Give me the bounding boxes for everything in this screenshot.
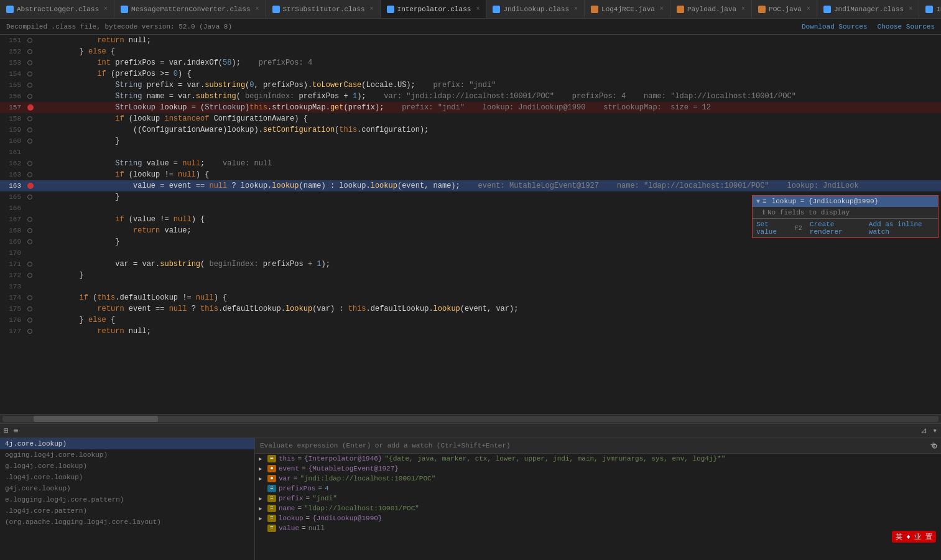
- code-line-163: 163 if (lookup != null) {: [0, 169, 941, 180]
- breakpoint-indicator-2: [27, 183, 34, 189]
- debug-popup: ▼ ≡ lookup = {JndiLookup@1990} ℹ No fiel…: [752, 195, 939, 238]
- java-class-icon-6: [823, 6, 831, 13]
- add-inline-watch-action[interactable]: Add as inline watch: [869, 221, 934, 236]
- var-name[interactable]: ▶ = name = "ldap://localhost:10001/POC": [255, 503, 941, 513]
- equals-icon: ≡: [763, 198, 767, 205]
- settings-gear-button[interactable]: ⚙: [932, 441, 937, 451]
- tab-interpolator[interactable]: Interpolator.class ×: [381, 0, 487, 18]
- frame-item-3[interactable]: .log4j.core.lookup): [0, 472, 254, 483]
- tab-str-substitutor[interactable]: StrSubstitutor.class ×: [266, 0, 381, 18]
- close-tab-3-icon[interactable]: ×: [370, 6, 374, 12]
- code-line-172: 172 }: [0, 270, 941, 281]
- sogou-badge[interactable]: 英 ♦ 业 置: [892, 531, 936, 543]
- frame-item-0[interactable]: 4j.core.lookup): [0, 438, 254, 449]
- editor-inner: 151 return null; 152 } else { 153 int pr…: [0, 35, 941, 414]
- var-lookup[interactable]: ▶ = lookup = {JndiLookup@1990}: [255, 513, 941, 523]
- horizontal-scrollbar[interactable]: [0, 414, 941, 423]
- editor-area: 151 return null; 152 } else { 153 int pr…: [0, 35, 941, 414]
- frame-item-6[interactable]: .log4j.core.pattern): [0, 505, 254, 516]
- expand-this-icon[interactable]: ▶: [259, 456, 265, 462]
- expand-event-icon[interactable]: ▶: [259, 466, 265, 472]
- code-line-151: 151 return null;: [0, 35, 941, 46]
- filter-icon[interactable]: ⊿: [920, 426, 927, 436]
- java-icon-3: [758, 6, 766, 13]
- expand-prefix-icon[interactable]: ▶: [259, 495, 265, 502]
- bottom-toolbar-right: ⊿ ▾: [920, 426, 937, 436]
- code-line-159: 159 ((ConfigurationAware)lookup).setConf…: [0, 124, 941, 135]
- expand-lookup-icon[interactable]: ▶: [259, 515, 265, 522]
- download-sources-link[interactable]: Download Sources: [802, 23, 868, 30]
- choose-sources-link[interactable]: Choose Sources: [878, 23, 935, 30]
- java-class-icon-3: [272, 6, 280, 13]
- sogou-text: 英 ♦ 业 置: [896, 532, 932, 541]
- bottom-panel: ⊞ ≡ ⊿ ▾ 4j.core.lookup) ogging.log4j.cor…: [0, 423, 941, 560]
- tab-payload[interactable]: Payload.java ×: [670, 0, 752, 18]
- code-line-160: 160 }: [0, 135, 941, 147]
- code-line-158: 158 if (lookup instanceof ConfigurationA…: [0, 113, 941, 124]
- tab-log4j-rce[interactable]: Log4jRCE.java ×: [585, 0, 670, 18]
- frame-item-4[interactable]: g4j.core.lookup): [0, 483, 254, 494]
- tab-jndi-manager[interactable]: JndiManager.class ×: [817, 0, 919, 18]
- set-value-action[interactable]: Set value: [756, 221, 787, 236]
- code-line-154: 154 if (prefixPos >= 0) {: [0, 68, 941, 80]
- info-bar: Decompiled .class file, bytecode version…: [0, 19, 941, 35]
- close-tab-6-icon[interactable]: ×: [660, 6, 664, 12]
- list-view-icon[interactable]: ≡: [14, 426, 19, 436]
- grid-view-icon[interactable]: ⊞: [4, 426, 9, 436]
- frame-item-5[interactable]: e.logging.log4j.core.pattern): [0, 494, 254, 505]
- var-this[interactable]: ▶ = this = {Interpolator@1946} "{date, j…: [255, 454, 941, 464]
- close-tab-7-icon[interactable]: ×: [741, 6, 745, 12]
- code-line-175: 175 return event == null ? this.defaultL…: [0, 303, 941, 314]
- expand-name-icon[interactable]: ▶: [259, 505, 265, 512]
- code-line-174: 174 if (this.defaultLookup != null) {: [0, 292, 941, 303]
- close-tab-icon[interactable]: ×: [104, 6, 108, 12]
- eval-bar: +: [255, 438, 941, 454]
- java-class-icon-2: [121, 6, 128, 13]
- var-var[interactable]: ▶ ● var = "jndi:ldap://localhost:10001/P…: [255, 474, 941, 484]
- close-tab-8-icon[interactable]: ×: [807, 6, 810, 12]
- scrollbar-track: [2, 416, 939, 422]
- tab-jndi-lookup[interactable]: JndiLookup.class ×: [486, 0, 585, 18]
- code-line-156: 156 String name = var.substring( beginIn…: [0, 91, 941, 102]
- variables-panel: + ▶ = this = {Interpolator@1946} "{date,…: [255, 438, 941, 560]
- create-renderer-action[interactable]: Create renderer: [810, 221, 861, 236]
- expand-arrow-icon[interactable]: ▼: [756, 198, 760, 205]
- debug-popup-no-fields: ℹ No fields to display: [753, 207, 938, 218]
- tab-abstract-logger[interactable]: AbstractLogger.class ×: [0, 0, 114, 18]
- f2-shortcut-label: F2: [795, 225, 802, 232]
- expand-var-icon[interactable]: ▶: [259, 475, 265, 482]
- info-bar-actions: Download Sources Choose Sources: [802, 23, 935, 30]
- debug-popup-footer: Set value F2 Create renderer Add as inli…: [753, 218, 938, 237]
- var-value[interactable]: ▶ = value = null: [255, 523, 941, 533]
- var-icon-this: =: [267, 455, 276, 462]
- code-line-162: 162 String value = null; value: null: [0, 158, 941, 169]
- code-line-177: 177 return null;: [0, 326, 941, 337]
- frame-item-2[interactable]: g.log4j.core.lookup): [0, 461, 254, 472]
- var-prefix[interactable]: ▶ = prefix = "jndi": [255, 493, 941, 503]
- close-tab-2-icon[interactable]: ×: [255, 6, 259, 12]
- gear-icon: ⚙: [932, 441, 937, 451]
- code-line-155: 155 String prefix = var.substring(0, pre…: [0, 80, 941, 91]
- tab-initial-context[interactable]: InitialContext. ×: [919, 0, 941, 18]
- frame-item-1[interactable]: ogging.log4j.core.lookup): [0, 449, 254, 461]
- var-icon-prefix: =: [267, 495, 276, 502]
- var-icon-var: ●: [267, 475, 276, 482]
- tab-message-pattern-converter[interactable]: MessagePatternConverter.class ×: [114, 0, 266, 18]
- close-tab-9-icon[interactable]: ×: [909, 6, 912, 12]
- info-circle-icon: ℹ: [763, 209, 765, 216]
- scrollbar-thumb[interactable]: [34, 416, 158, 422]
- frame-item-7[interactable]: (org.apache.logging.log4j.core.layout): [0, 516, 254, 528]
- var-icon-value: =: [267, 525, 276, 532]
- tab-poc[interactable]: POC.java ×: [752, 0, 817, 18]
- no-fields-text: No fields to display: [767, 209, 850, 216]
- code-line-164: 163 value = event == null ? lookup.looku…: [0, 180, 941, 191]
- code-line-157: 157 StrLookup lookup = (StrLookup)this.s…: [0, 102, 941, 113]
- var-prefixpos[interactable]: ▶ = prefixPos = 4: [255, 484, 941, 493]
- close-tab-4-icon[interactable]: ×: [476, 6, 480, 12]
- debug-popup-header: ▼ ≡ lookup = {JndiLookup@1990}: [753, 196, 938, 207]
- eval-input[interactable]: [260, 442, 925, 449]
- close-tab-5-icon[interactable]: ×: [574, 6, 578, 12]
- var-event[interactable]: ▶ ● event = {MutableLogEvent@1927}: [255, 464, 941, 474]
- code-line-161: 161: [0, 147, 941, 158]
- chevron-down-icon[interactable]: ▾: [932, 426, 937, 436]
